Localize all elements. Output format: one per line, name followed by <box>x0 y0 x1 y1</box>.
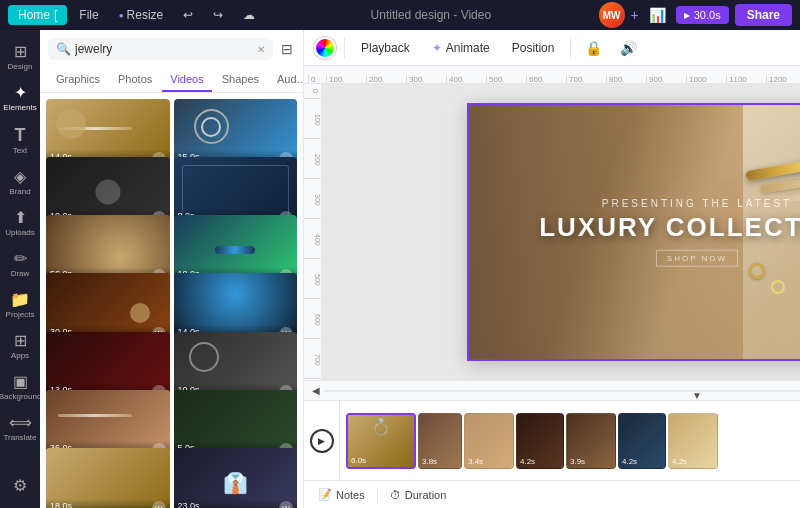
plus-button[interactable]: + <box>631 7 639 23</box>
doc-title: Untitled design - Video <box>267 8 594 22</box>
timeline-clip-3[interactable]: 3.4s <box>464 413 514 469</box>
video-grid: 14.0s W 15.0s W 10.0s W <box>40 93 303 508</box>
lock-button[interactable]: 🔒 <box>579 38 608 58</box>
vruler-700: 700 <box>304 338 321 378</box>
duration-button[interactable]: ⏱ Duration <box>384 487 453 503</box>
nav-right: MW + 📊 ▶ 30.0s Share <box>599 2 792 28</box>
vruler-400: 400 <box>304 218 321 258</box>
toolbar-separator-2 <box>570 38 571 58</box>
clip-duration-5: 3.9s <box>570 457 585 466</box>
search-input-wrap: 🔍 ✕ <box>48 38 273 60</box>
uploads-icon: ⬆ <box>14 210 27 226</box>
stats-icon[interactable]: 📊 <box>645 5 670 25</box>
undo-icon: ↩ <box>183 8 193 22</box>
bottom-sep-1 <box>377 488 378 502</box>
share-button[interactable]: Share <box>735 4 792 26</box>
design-icon: ⊞ <box>14 44 27 60</box>
vruler-100: 100 <box>304 98 321 138</box>
clip-duration-6: 4.2s <box>622 457 637 466</box>
search-clear-button[interactable]: ✕ <box>257 44 265 55</box>
text-icon: T <box>15 126 26 144</box>
sidebar-item-text[interactable]: T Text <box>0 120 40 161</box>
timeline-content: ▶ 💍 6.0s 3.8s <box>304 401 800 480</box>
sidebar-item-design[interactable]: ⊞ Design <box>0 38 40 77</box>
vruler-300: 300 <box>304 178 321 218</box>
draw-icon: ✏ <box>14 251 27 267</box>
ruler-mark-300: 300 <box>406 75 446 83</box>
ruler-mark-400: 400 <box>446 75 486 83</box>
file-button[interactable]: File <box>71 5 106 25</box>
apps-icon: ⊞ <box>14 333 27 349</box>
timeline-clip-2[interactable]: 3.8s <box>418 413 462 469</box>
tab-videos[interactable]: Videos <box>162 68 211 92</box>
clip-duration-4: 4.2s <box>520 457 535 466</box>
search-input[interactable] <box>75 42 253 56</box>
sidebar-item-background[interactable]: ▣ Background <box>0 368 40 407</box>
resize-button[interactable]: ● Resize <box>111 5 172 25</box>
ruler-mark-800: 800 <box>606 75 646 83</box>
sidebar-item-brand[interactable]: ◈ Brand <box>0 163 40 202</box>
tab-graphics[interactable]: Graphics <box>48 68 108 92</box>
elements-icon: ✦ <box>14 85 27 101</box>
vruler-800: 800 <box>304 378 321 380</box>
sidebar-item-settings[interactable]: ⚙ <box>0 472 40 500</box>
timeline-clip-4[interactable]: 4.2s <box>516 413 564 469</box>
redo-button[interactable]: ↪ <box>205 5 231 25</box>
cloud-button[interactable]: ☁ <box>235 5 263 25</box>
avatar-button[interactable]: MW <box>599 2 625 28</box>
sidebar-item-translate[interactable]: ⟺ Translate <box>0 409 40 448</box>
sidebar-item-projects[interactable]: 📁 Projects <box>0 286 40 325</box>
tab-audio[interactable]: Aud... <box>269 68 303 92</box>
projects-icon: 📁 <box>10 292 30 308</box>
position-button[interactable]: Position <box>504 38 563 58</box>
filter-button[interactable]: ⊟ <box>279 39 295 59</box>
timeline-play-button[interactable]: ▶ <box>304 401 340 480</box>
clip-duration-7: 4.2s <box>672 457 687 466</box>
undo-button[interactable]: ↩ <box>175 5 201 25</box>
file-label: File <box>79 8 98 22</box>
toolbar-separator-1 <box>344 38 345 58</box>
tab-shapes[interactable]: Shapes <box>214 68 267 92</box>
timeline-clip-1[interactable]: 💍 6.0s <box>346 413 416 469</box>
video-thumb-14[interactable]: 👔 23.0s W <box>174 448 298 508</box>
timeline-clip-6[interactable]: 4.2s <box>618 413 666 469</box>
timeline-line: ▼ <box>324 390 800 392</box>
notes-button[interactable]: 📝 Notes <box>312 486 371 503</box>
avatar-initials: MW <box>603 10 621 21</box>
timeline-clip-7[interactable]: 4.2s <box>668 413 718 469</box>
playback-button[interactable]: Playback <box>353 38 418 58</box>
translate-icon: ⟺ <box>9 415 32 431</box>
sidebar-item-elements[interactable]: ✦ Elements <box>0 79 40 118</box>
tab-photos[interactable]: Photos <box>110 68 160 92</box>
vertical-ruler: 0 100 200 300 400 500 600 700 800 900 10… <box>304 84 322 380</box>
ruler-mark-100: 100 <box>326 75 366 83</box>
pro-badge-14: W <box>279 501 293 508</box>
sidebar-item-apps[interactable]: ⊞ Apps <box>0 327 40 366</box>
sidebar-item-uploads[interactable]: ⬆ Uploads <box>0 204 40 243</box>
sound-button[interactable]: 🔊 <box>614 38 643 58</box>
video-thumb-13[interactable]: 18.0s W <box>46 448 170 508</box>
sound-icon: 🔊 <box>620 40 637 56</box>
play-duration-button[interactable]: ▶ 30.0s <box>676 6 729 24</box>
ruler-mark-1200: 1200 <box>766 75 800 83</box>
timeline-clips: 💍 6.0s 3.8s 3.4s <box>340 401 800 480</box>
ruler-mark-1100: 1100 <box>726 75 766 83</box>
timeline-clip-5[interactable]: 3.9s <box>566 413 616 469</box>
clip-duration-2: 3.8s <box>422 457 437 466</box>
video-duration-14: 23.0s <box>178 501 200 508</box>
timeline: ◀ ▼ ▶ ▶ 💍 6.0s <box>304 380 800 480</box>
media-panel: 🔍 ✕ ⊟ Graphics Photos Videos Shapes Aud. <box>40 30 304 508</box>
timeline-left-arrow[interactable]: ◀ <box>312 385 320 396</box>
vruler-200: 200 <box>304 138 321 178</box>
timeline-header: ◀ ▼ ▶ <box>304 381 800 401</box>
home-label: Home <box>18 8 50 22</box>
sidebar-item-draw[interactable]: ✏ Draw <box>0 245 40 284</box>
resize-label: Resize <box>127 8 164 22</box>
duration-label: 30.0s <box>694 9 721 21</box>
canvas-frame[interactable]: PRESENTING THE LATEST LUXURY COLLECTION … <box>467 103 800 361</box>
home-button[interactable]: Home [ <box>8 5 67 25</box>
color-picker-button[interactable] <box>314 37 336 59</box>
ruler-mark-200: 200 <box>366 75 406 83</box>
main-layout: ⊞ Design ✦ Elements T Text ◈ Brand ⬆ Upl… <box>0 30 800 508</box>
animate-button[interactable]: ✦ Animate <box>424 38 498 58</box>
